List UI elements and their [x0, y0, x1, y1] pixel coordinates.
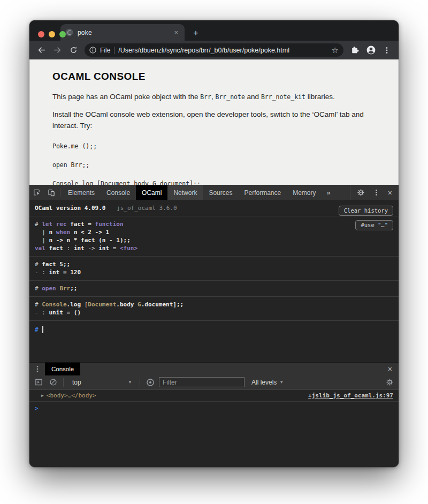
- code-segment: ->: [88, 245, 98, 252]
- devtools-tab-[interactable]: »: [322, 185, 335, 200]
- install-paragraph: Install the OCaml console web extension,…: [52, 109, 376, 131]
- filter-input[interactable]: [159, 377, 244, 387]
- code-segment: fact: [70, 221, 88, 228]
- code-segment: #: [35, 285, 42, 292]
- traffic-lights: [38, 31, 66, 37]
- repl-prompt-row[interactable]: #: [29, 321, 399, 338]
- devtools-settings-gear-icon[interactable]: [354, 185, 368, 200]
- context-selector-dropdown[interactable]: top ▼: [68, 379, 135, 386]
- code-segment: val: [35, 245, 49, 252]
- code-segment: int: [74, 245, 88, 252]
- chevron-down-icon: ▼: [279, 380, 284, 385]
- repl-line: - : unit = (): [35, 309, 393, 317]
- drawer-close-icon[interactable]: ×: [381, 365, 399, 373]
- devtools-tab-ocaml[interactable]: OCaml: [136, 185, 167, 200]
- console-toolbar: top ▼ All levels ▼: [29, 375, 399, 389]
- forward-icon[interactable]: [50, 43, 64, 57]
- page-content: OCAML CONSOLE This page has an OCaml pok…: [29, 59, 399, 185]
- log-levels-value: All levels: [251, 379, 277, 386]
- repl-line: val fact : int -> int = <fun>: [35, 244, 393, 252]
- code-segment: fact: [49, 245, 67, 252]
- code-segment: Console: [42, 301, 66, 308]
- devtools-tab-sources[interactable]: Sources: [203, 185, 238, 200]
- devtools-menu-kebab-icon[interactable]: [369, 185, 384, 200]
- devtools-tab-elements[interactable]: Elements: [62, 185, 101, 200]
- devtools-tab-performance[interactable]: Performance: [238, 185, 287, 200]
- code-segment: Brr: [59, 285, 70, 292]
- code-segment: function: [95, 221, 124, 228]
- code-segment: :: [67, 245, 74, 252]
- eye-icon[interactable]: [144, 377, 156, 388]
- expand-arrow-icon[interactable]: ▶: [41, 393, 44, 398]
- url-scheme-label: File: [100, 47, 110, 54]
- repl-entry: # Console.log [Document.body G.document]…: [29, 297, 399, 321]
- log-levels-dropdown[interactable]: All levels ▼: [251, 379, 284, 386]
- url-bar[interactable]: File /Users/dbuenzli/sync/repos/brr/_b0/…: [85, 43, 343, 57]
- console-sidebar-toggle-icon[interactable]: [33, 377, 44, 388]
- console-settings-gear-icon[interactable]: [384, 377, 395, 388]
- inspect-element-icon[interactable]: [29, 185, 44, 200]
- back-icon[interactable]: [34, 43, 48, 57]
- code-segment: Brr_note: [215, 93, 244, 101]
- browser-tabstrip: poke × +: [29, 20, 399, 41]
- close-window-button[interactable]: [38, 31, 44, 37]
- code-segment: .document: [141, 301, 173, 308]
- drawer-tab-console[interactable]: Console: [45, 363, 80, 376]
- code-sample: Poke.me ();;: [52, 142, 376, 150]
- tab-title: poke: [78, 29, 168, 36]
- code-segment: #: [35, 301, 42, 308]
- element-preview[interactable]: <body>…</body>: [47, 392, 96, 399]
- code-segment: n: [49, 229, 56, 236]
- profile-avatar-icon[interactable]: [364, 43, 378, 57]
- code-segment: ];;: [173, 301, 184, 308]
- browser-toolbar: File /Users/dbuenzli/sync/repos/brr/_b0/…: [29, 41, 399, 59]
- source-location-link[interactable]: +jslib_js_of_ocaml.js:97: [308, 392, 393, 399]
- context-selector-value: top: [72, 379, 81, 386]
- intro-paragraph: This page has an OCaml poke object with …: [52, 92, 376, 102]
- ocaml-console-panel: OCaml version 4.09.0 js_of_ocaml 3.6.0 #…: [29, 200, 399, 362]
- console-prompt-row[interactable]: >: [29, 402, 399, 415]
- code-segment: - :: [35, 269, 49, 276]
- zoom-window-button[interactable]: [59, 31, 66, 37]
- code-segment: =: [113, 245, 120, 252]
- clear-console-ban-icon[interactable]: [47, 377, 59, 388]
- reload-icon[interactable]: [66, 43, 80, 57]
- browser-menu-kebab-icon[interactable]: [380, 43, 394, 57]
- code-segment: Brr: [200, 93, 211, 101]
- minimize-window-button[interactable]: [49, 31, 55, 37]
- info-icon[interactable]: [89, 47, 96, 54]
- code-sample: open Brr;;: [52, 161, 376, 169]
- tab-favicon-icon: [65, 28, 73, 36]
- ocaml-console-buttons: Clear history #use "…": [339, 206, 393, 230]
- clear-history-button[interactable]: Clear history: [339, 206, 393, 216]
- device-toolbar-icon[interactable]: [44, 185, 58, 200]
- repl-line: | n -> n * fact (n - 1);;: [35, 236, 393, 244]
- extensions-puzzle-icon[interactable]: [348, 43, 362, 57]
- toolbar-separator: [140, 378, 140, 387]
- chevron-down-icon: ▼: [128, 380, 132, 385]
- use-file-button[interactable]: #use "…": [355, 220, 393, 230]
- new-tab-button[interactable]: +: [193, 28, 198, 37]
- browser-tab-poke[interactable]: poke ×: [60, 24, 185, 41]
- devtools-tab-memory[interactable]: Memory: [287, 185, 322, 200]
- code-segment: This page has an OCaml poke object with …: [52, 93, 200, 101]
- devtools-tab-console[interactable]: Console: [101, 185, 136, 200]
- code-segment: n -> n * fact (n - 1);;: [49, 237, 131, 244]
- tab-close-icon[interactable]: ×: [172, 28, 180, 36]
- bookmark-star-icon[interactable]: ☆: [332, 46, 339, 54]
- repl-entry: # open Brr;;: [29, 281, 399, 297]
- code-segment: when: [56, 229, 74, 236]
- code-segment: n < 2 -> 1: [74, 229, 109, 236]
- devtools-tab-network[interactable]: Network: [167, 185, 203, 200]
- console-prompt-chevron: >: [35, 405, 39, 412]
- code-sample: Console.log [Document.body G.document];;: [52, 180, 376, 185]
- repl-line: # open Brr;;: [35, 284, 393, 292]
- drawer-menu-kebab-icon[interactable]: [29, 365, 45, 373]
- console-log-entry[interactable]: ▶ <body>…</body> +jslib_js_of_ocaml.js:9…: [29, 389, 399, 402]
- console-log-area: ▶ <body>…</body> +jslib_js_of_ocaml.js:9…: [29, 389, 399, 467]
- ocaml-version: OCaml version 4.09.0: [35, 205, 105, 212]
- devtools-close-icon[interactable]: ×: [385, 189, 395, 197]
- repl-prompt: #: [35, 326, 42, 334]
- devtools-tabbar: ElementsConsoleOCamlNetworkSourcesPerfor…: [29, 185, 399, 200]
- devtools-right-controls: ×: [350, 185, 399, 200]
